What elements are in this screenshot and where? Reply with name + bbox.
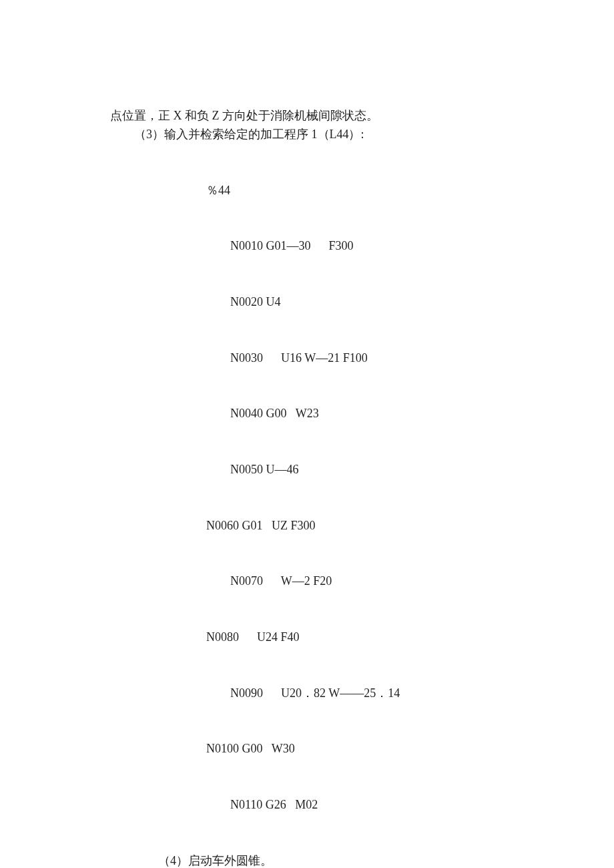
text-line: （3）输入并检索给定的加工程序 1（L44）:	[110, 126, 541, 144]
code-line: N0060 G01 UZ F300	[206, 517, 541, 535]
code-line: N0040 G00 W23	[206, 405, 541, 423]
code-block-44: ％44 N0010 G01—30 F300 N0020 U4 N0030 U16…	[206, 144, 541, 852]
text-line: （4）启动车外圆锥。	[110, 852, 541, 868]
code-line: N0030 U16 W—21 F100	[206, 349, 541, 368]
code-line: ％44	[206, 182, 541, 200]
code-line: N0050 U—46	[206, 461, 541, 479]
code-line: N0090 U20．82 W——25．14	[206, 684, 541, 703]
code-line: N0010 G01—30 F300	[206, 237, 541, 256]
code-line: N0100 G00 W30	[206, 740, 541, 758]
code-line: N0080 U24 F40	[206, 628, 541, 647]
code-line: N0070 W—2 F20	[206, 572, 541, 591]
text-line: 点位置，正 X 和负 Z 方向处于消除机械间隙状态。	[110, 107, 541, 126]
code-line: N0110 G26 M02	[206, 796, 541, 815]
code-line: N0020 U4	[206, 293, 541, 312]
page-body: 点位置，正 X 和负 Z 方向处于消除机械间隙状态。 （3）输入并检索给定的加工…	[0, 0, 614, 868]
